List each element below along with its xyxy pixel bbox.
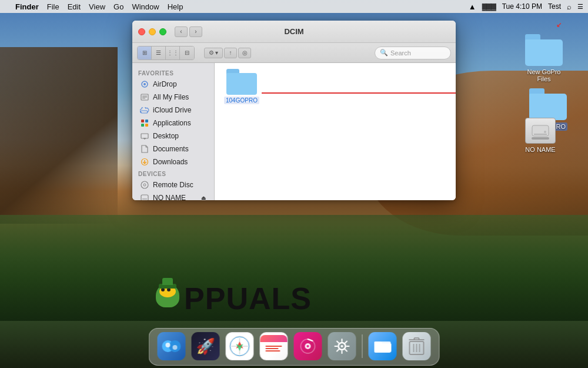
safari-dock-icon — [226, 332, 254, 360]
appuals-mascot — [153, 281, 185, 316]
app-name[interactable]: Finder — [15, 2, 39, 11]
svg-line-42 — [308, 339, 313, 341]
search-placeholder: Search — [390, 49, 411, 57]
finder-body: Favorites AirDrop All My Files — [132, 63, 456, 200]
finder-window: ‹ › DCIM ⊞ ☰ ⋮⋮ ⊟ ⚙ ▾ ↑ ◎ 🔍 Search — [132, 21, 456, 200]
arrange-button[interactable]: ⚙ ▾ — [204, 48, 223, 58]
view-buttons: ⊞ ☰ ⋮⋮ ⊟ — [137, 46, 195, 60]
svg-rect-9 — [141, 124, 144, 127]
svg-line-49 — [337, 342, 339, 343]
itunes-dock-icon — [294, 332, 322, 360]
sidebar-item-label: Downloads — [153, 158, 188, 166]
maximize-button[interactable] — [159, 28, 166, 35]
svg-point-32 — [173, 345, 178, 350]
sidebar-item-remotedisc[interactable]: Remote Disc — [134, 178, 212, 191]
list-view-btn[interactable]: ☰ — [152, 47, 166, 59]
clock: Tue 4:10 PM — [502, 2, 542, 11]
svg-point-16 — [141, 181, 148, 188]
wifi-icon[interactable]: ▲ — [469, 2, 476, 11]
finder-sidebar: Favorites AirDrop All My Files — [132, 63, 215, 200]
icon-view-btn[interactable]: ⊞ — [138, 47, 152, 59]
trash-dock-icon — [403, 332, 431, 360]
dock-item-launchpad[interactable]: 🚀 — [191, 331, 221, 362]
svg-point-28 — [544, 131, 546, 133]
minimize-button[interactable] — [149, 28, 156, 35]
dock-item-trash[interactable] — [402, 331, 432, 362]
spotlight-icon[interactable]: ⌕ — [567, 2, 572, 11]
menu-go[interactable]: Go — [113, 2, 123, 11]
sidebar-item-icloud[interactable]: iCloud Drive — [134, 104, 212, 117]
share-button[interactable]: ↑ — [224, 48, 237, 58]
applications-icon — [140, 118, 149, 128]
tags-button[interactable]: ◎ — [238, 48, 251, 58]
sidebar-item-downloads[interactable]: Downloads — [134, 155, 212, 168]
svg-rect-11 — [141, 134, 148, 138]
sidebar-item-desktop[interactable]: Desktop — [134, 130, 212, 142]
sidebar-item-documents[interactable]: Documents — [134, 142, 212, 155]
menubar: Finder File Edit View Go Window Help ▲ ▓… — [0, 0, 588, 13]
desktop-folder-icon-2 — [529, 88, 567, 120]
sidebar-item-label: Remote Disc — [153, 181, 193, 189]
sidebar-item-label: All My Files — [153, 93, 189, 101]
desktop-folder-icon — [525, 34, 563, 66]
menu-file[interactable]: File — [47, 2, 59, 11]
dock-item-reminders[interactable] — [259, 331, 289, 362]
folder-item-104gopro[interactable]: 104GOPRO — [224, 69, 259, 104]
svg-line-50 — [345, 350, 347, 352]
eject-icon[interactable]: ⏏ — [201, 195, 206, 200]
sidebar-item-noname[interactable]: NO NAME ⏏ — [134, 191, 212, 200]
drive-icon — [140, 193, 149, 200]
drag-arrow — [262, 92, 456, 94]
sidebar-item-label: Applications — [153, 119, 191, 127]
finder-toolbar: ⊞ ☰ ⋮⋮ ⊟ ⚙ ▾ ↑ ◎ 🔍 Search — [132, 43, 456, 63]
svg-rect-7 — [141, 120, 144, 122]
sidebar-item-allmyfiles[interactable]: All My Files — [134, 91, 212, 104]
menu-window[interactable]: Window — [132, 2, 159, 11]
close-button[interactable] — [138, 28, 145, 35]
airdrop-icon — [140, 79, 149, 89]
svg-rect-8 — [145, 120, 148, 122]
sidebar-item-applications[interactable]: Applications — [134, 117, 212, 130]
sidebar-item-label: AirDrop — [153, 80, 177, 88]
user-name: Test — [548, 2, 561, 11]
back-button[interactable]: ‹ — [175, 26, 188, 37]
appuals-text: PPUALS — [184, 281, 312, 316]
coverflow-view-btn[interactable]: ⊟ — [180, 47, 194, 59]
search-box[interactable]: 🔍 Search — [375, 47, 451, 59]
documents-icon — [140, 144, 149, 154]
battery-icon: ▓▓▓ — [482, 3, 496, 10]
desktop-item-label: New GoPro Files — [520, 68, 567, 82]
notification-icon[interactable]: ☰ — [577, 3, 583, 11]
sidebar-item-airdrop[interactable]: AirDrop — [134, 78, 212, 91]
dock-item-sysprefs[interactable] — [327, 331, 358, 362]
menu-help[interactable]: Help — [168, 2, 183, 11]
finder-titlebar: ‹ › DCIM — [132, 21, 456, 43]
menu-edit[interactable]: Edit — [68, 2, 81, 11]
allfiles-icon — [140, 92, 149, 102]
menu-view[interactable]: View — [89, 2, 105, 11]
dock-item-files[interactable] — [368, 331, 398, 362]
desktop-item-noname-drive[interactable]: NO NAME — [525, 118, 556, 153]
dock-item-safari[interactable] — [225, 331, 255, 362]
favorites-label: Favorites — [132, 68, 214, 78]
svg-point-41 — [307, 345, 309, 347]
forward-button[interactable]: › — [189, 26, 202, 37]
column-view-btn[interactable]: ⋮⋮ — [166, 47, 180, 59]
desktop-icon — [140, 131, 149, 141]
sidebar-item-label: NO NAME — [153, 194, 186, 200]
files-dock-icon — [369, 332, 397, 360]
desktop-item-newgoprofiles[interactable]: ↙ New GoPro Files — [520, 34, 567, 82]
reminders-dock-icon — [260, 332, 288, 360]
traffic-lights — [138, 28, 166, 35]
svg-line-52 — [345, 342, 347, 343]
no-name-drive-icon — [525, 118, 556, 144]
dock-item-itunes[interactable] — [293, 331, 323, 362]
dock-item-finder[interactable] — [156, 331, 187, 362]
sidebar-item-label: Documents — [153, 145, 189, 153]
folder-item-label: 104GOPRO — [224, 97, 259, 104]
desktop: Finder File Edit View Go Window Help ▲ ▓… — [0, 0, 588, 368]
sidebar-item-label: iCloud Drive — [153, 106, 191, 114]
launchpad-dock-icon: 🚀 — [192, 332, 220, 360]
window-title: DCIM — [284, 27, 303, 36]
devices-label: Devices — [132, 168, 214, 178]
